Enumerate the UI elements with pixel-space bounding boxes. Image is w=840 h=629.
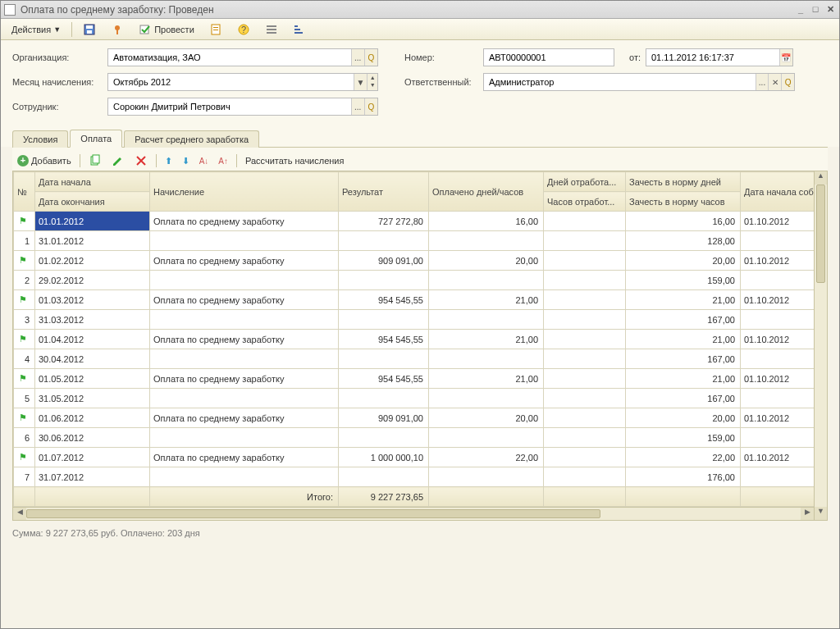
maximize-button[interactable]: □ bbox=[810, 4, 821, 16]
edit-button[interactable] bbox=[108, 153, 128, 169]
cell-accrual[interactable]: Оплата по среднему заработку bbox=[150, 330, 339, 349]
cell-accrual[interactable]: Оплата по среднему заработку bbox=[150, 212, 339, 231]
table-row[interactable]: ⚑01.03.2012Оплата по среднему заработку9… bbox=[14, 290, 815, 310]
cell-days-worked[interactable] bbox=[544, 330, 626, 349]
ellipsis-button[interactable]: ... bbox=[756, 74, 769, 90]
cell-hours-worked[interactable] bbox=[544, 271, 626, 290]
sort-asc-button[interactable]: A↓ bbox=[196, 155, 212, 167]
cell-norm-hours[interactable]: 167,00 bbox=[626, 389, 741, 408]
minimize-button[interactable]: _ bbox=[795, 4, 806, 16]
cell-result[interactable]: 954 545,55 bbox=[339, 290, 429, 310]
cell-event-date[interactable]: 01.10.2012 bbox=[741, 408, 815, 428]
col-date-end[interactable]: Дата окончания bbox=[35, 192, 150, 212]
cell-norm-hours[interactable]: 159,00 bbox=[626, 271, 741, 290]
col-event[interactable]: Дата начала события bbox=[741, 172, 815, 212]
cell-paid[interactable]: 21,00 bbox=[429, 290, 544, 310]
cell-days-worked[interactable] bbox=[544, 290, 626, 310]
clear-button[interactable]: ✕ bbox=[768, 74, 781, 90]
cell-paid[interactable]: 20,00 bbox=[429, 408, 544, 428]
cell-paid[interactable]: 21,00 bbox=[429, 330, 544, 349]
save-button[interactable] bbox=[77, 21, 102, 39]
scroll-down-icon[interactable]: ▼ bbox=[815, 507, 827, 520]
scroll-right-icon[interactable]: ▶ bbox=[801, 508, 814, 520]
col-n[interactable]: № bbox=[14, 172, 35, 212]
cell-paid[interactable]: 16,00 bbox=[429, 212, 544, 231]
table-row[interactable]: 430.04.2012167,00 bbox=[14, 349, 815, 369]
spinner-buttons[interactable]: ▲▼ bbox=[367, 74, 377, 90]
cell-accrual[interactable]: Оплата по среднему заработку bbox=[150, 369, 339, 389]
tab-conditions[interactable]: Условия bbox=[12, 130, 68, 148]
cell-hours-worked[interactable] bbox=[544, 467, 626, 487]
cell-result[interactable]: 954 545,55 bbox=[339, 330, 429, 349]
col-days-worked[interactable]: Дней отработа... bbox=[544, 172, 626, 192]
cell-paid[interactable]: 21,00 bbox=[429, 369, 544, 389]
cell-date-start[interactable]: 01.07.2012 bbox=[35, 448, 150, 467]
cell-result[interactable]: 727 272,80 bbox=[339, 212, 429, 231]
cell-hours-worked[interactable] bbox=[544, 349, 626, 369]
actions-menu[interactable]: Действия ▼ bbox=[6, 22, 66, 37]
scroll-thumb[interactable] bbox=[26, 509, 600, 518]
cell-date-end[interactable]: 30.06.2012 bbox=[35, 428, 150, 448]
cell-norm-days[interactable]: 21,00 bbox=[626, 330, 741, 349]
cell-hours-worked[interactable] bbox=[544, 428, 626, 448]
cell-days-worked[interactable] bbox=[544, 448, 626, 467]
calculate-button[interactable]: Рассчитать начисления bbox=[242, 154, 348, 167]
close-button[interactable]: ✕ bbox=[824, 4, 836, 16]
cell-event-date[interactable]: 01.10.2012 bbox=[741, 212, 815, 231]
data-grid[interactable]: № Дата начала Начисление Результат Оплач… bbox=[13, 171, 814, 507]
cell-result[interactable]: 909 091,00 bbox=[339, 251, 429, 271]
cell-norm-hours[interactable]: 167,00 bbox=[626, 310, 741, 330]
resp-input[interactable] bbox=[484, 74, 756, 90]
cell-hours-worked[interactable] bbox=[544, 389, 626, 408]
cell-result[interactable]: 1 000 000,10 bbox=[339, 448, 429, 467]
cell-accrual[interactable]: Оплата по среднему заработку bbox=[150, 251, 339, 271]
add-button[interactable]: + Добавить bbox=[14, 153, 75, 168]
table-row[interactable]: ⚑01.05.2012Оплата по среднему заработку9… bbox=[14, 369, 815, 389]
reports-button[interactable] bbox=[203, 21, 228, 39]
cell-accrual[interactable]: Оплата по среднему заработку bbox=[150, 448, 339, 467]
cell-days-worked[interactable] bbox=[544, 251, 626, 271]
search-icon[interactable]: Q bbox=[781, 74, 794, 90]
cell-paid[interactable]: 20,00 bbox=[429, 251, 544, 271]
cell-days-worked[interactable] bbox=[544, 408, 626, 428]
pin-button[interactable] bbox=[105, 21, 130, 39]
table-row[interactable]: 531.05.2012167,00 bbox=[14, 389, 815, 408]
cell-result[interactable]: 954 545,55 bbox=[339, 369, 429, 389]
col-paid[interactable]: Оплачено дней/часов bbox=[429, 172, 544, 212]
table-row[interactable]: ⚑01.04.2012Оплата по среднему заработку9… bbox=[14, 330, 815, 349]
table-row[interactable]: ⚑01.01.2012Оплата по среднему заработку7… bbox=[14, 212, 815, 231]
cell-event-date[interactable]: 01.10.2012 bbox=[741, 448, 815, 467]
table-row[interactable]: 331.03.2012167,00 bbox=[14, 310, 815, 330]
cell-norm-days[interactable]: 16,00 bbox=[626, 212, 741, 231]
cell-accrual[interactable]: Оплата по среднему заработку bbox=[150, 290, 339, 310]
horizontal-scrollbar[interactable]: ◀ ▶ bbox=[13, 507, 814, 520]
num-input[interactable] bbox=[484, 49, 614, 66]
month-input[interactable] bbox=[108, 74, 354, 90]
cell-days-worked[interactable] bbox=[544, 212, 626, 231]
cell-event-date[interactable]: 01.10.2012 bbox=[741, 290, 815, 310]
cell-date-end[interactable]: 29.02.2012 bbox=[35, 271, 150, 290]
move-down-button[interactable]: ⬇ bbox=[179, 154, 193, 168]
cell-event-date[interactable]: 01.10.2012 bbox=[741, 369, 815, 389]
cell-paid[interactable]: 22,00 bbox=[429, 448, 544, 467]
search-icon[interactable]: Q bbox=[364, 49, 377, 66]
table-row[interactable]: ⚑01.02.2012Оплата по среднему заработку9… bbox=[14, 251, 815, 271]
cell-norm-hours[interactable]: 167,00 bbox=[626, 349, 741, 369]
vertical-scrollbar[interactable]: ▲ ▼ bbox=[814, 171, 827, 520]
copy-button[interactable] bbox=[85, 153, 105, 169]
emp-input[interactable] bbox=[108, 98, 351, 115]
col-date-start[interactable]: Дата начала bbox=[35, 172, 150, 192]
table-row[interactable]: ⚑01.07.2012Оплата по среднему заработку1… bbox=[14, 448, 815, 467]
table-row[interactable]: 131.01.2012128,00 bbox=[14, 231, 815, 251]
cell-hours-worked[interactable] bbox=[544, 231, 626, 251]
cell-norm-hours[interactable]: 128,00 bbox=[626, 231, 741, 251]
table-row[interactable]: 630.06.2012159,00 bbox=[14, 428, 815, 448]
cell-date-start[interactable]: 01.04.2012 bbox=[35, 330, 150, 349]
table-row[interactable]: ⚑01.06.2012Оплата по среднему заработку9… bbox=[14, 408, 815, 428]
tab-payment[interactable]: Оплата bbox=[70, 130, 122, 148]
cell-norm-days[interactable]: 22,00 bbox=[626, 448, 741, 467]
delete-button[interactable] bbox=[131, 153, 151, 169]
post-button[interactable]: Провести bbox=[133, 21, 200, 39]
org-input[interactable] bbox=[108, 49, 351, 66]
move-up-button[interactable]: ⬆ bbox=[162, 154, 176, 168]
